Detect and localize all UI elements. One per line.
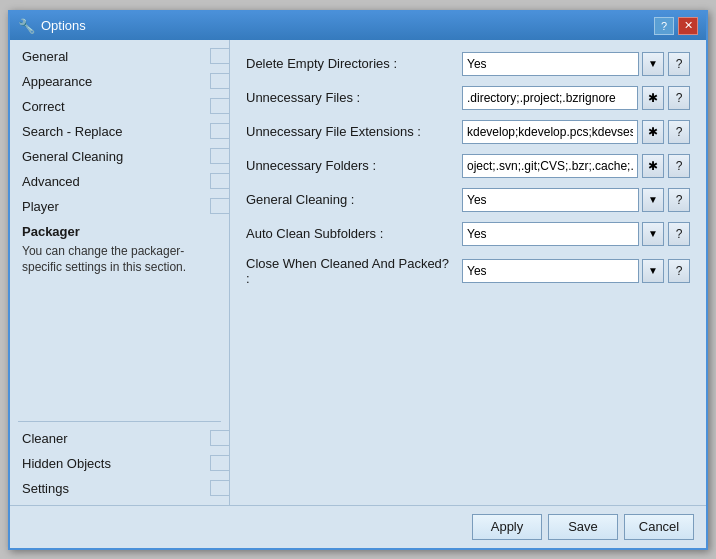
title-bar-buttons: ? ✕	[654, 17, 698, 35]
select-auto-clean[interactable]: Yes No	[462, 222, 639, 246]
save-button[interactable]: Save	[548, 514, 618, 540]
label-unnecessary-folders: Unnecessary Folders :	[246, 158, 456, 173]
dropdown-arrow-close-cleaned[interactable]: ▼	[642, 259, 664, 283]
sidebar-spacer	[10, 284, 229, 416]
sidebar-item-appearance[interactable]: Appearance	[10, 69, 229, 94]
title-bar: 🔧 Options ? ✕	[10, 12, 706, 40]
help-btn-delete-empty-dirs[interactable]: ?	[668, 52, 690, 76]
help-title-button[interactable]: ?	[654, 17, 674, 35]
input-wrap-unnecessary-files	[462, 86, 638, 110]
form-row-general-cleaning: General Cleaning : Yes No ▼ ?	[246, 188, 690, 212]
sidebar-item-general-cleaning[interactable]: General Cleaning	[10, 144, 229, 169]
star-btn-unnecessary-folders[interactable]: ✱	[642, 154, 664, 178]
control-unnecessary-files: ✱ ?	[462, 86, 690, 110]
label-auto-clean: Auto Clean Subfolders :	[246, 226, 456, 241]
dialog-body: General Appearance Correct Search - Repl…	[10, 40, 706, 505]
input-unnecessary-folders[interactable]	[462, 154, 638, 178]
form-row-auto-clean: Auto Clean Subfolders : Yes No ▼ ?	[246, 222, 690, 246]
sidebar-item-settings[interactable]: Settings	[10, 476, 229, 501]
cancel-button[interactable]: Cancel	[624, 514, 694, 540]
input-unnecessary-files[interactable]	[462, 86, 638, 110]
help-btn-auto-clean[interactable]: ?	[668, 222, 690, 246]
help-btn-unnecessary-file-ext[interactable]: ?	[668, 120, 690, 144]
dropdown-arrow-general-cleaning[interactable]: ▼	[642, 188, 664, 212]
help-btn-unnecessary-folders[interactable]: ?	[668, 154, 690, 178]
input-wrap-unnecessary-file-ext	[462, 120, 638, 144]
sidebar-item-player[interactable]: Player	[10, 194, 229, 219]
sidebar-item-hidden-objects[interactable]: Hidden Objects	[10, 451, 229, 476]
select-delete-empty-dirs[interactable]: Yes No	[462, 52, 639, 76]
label-close-cleaned: Close When Cleaned And Packed? :	[246, 256, 456, 286]
form-row-close-cleaned: Close When Cleaned And Packed? : Yes No …	[246, 256, 690, 286]
sidebar-item-cleaner[interactable]: Cleaner	[10, 426, 229, 451]
help-btn-general-cleaning[interactable]: ?	[668, 188, 690, 212]
form-row-delete-empty-dirs: Delete Empty Directories : Yes No ▼ ?	[246, 52, 690, 76]
sidebar-item-general[interactable]: General	[10, 44, 229, 69]
star-btn-unnecessary-file-ext[interactable]: ✱	[642, 120, 664, 144]
select-wrap-auto-clean: Yes No	[462, 222, 639, 246]
apply-button[interactable]: Apply	[472, 514, 542, 540]
help-btn-unnecessary-files[interactable]: ?	[668, 86, 690, 110]
control-auto-clean: Yes No ▼ ?	[462, 222, 690, 246]
sidebar-item-advanced[interactable]: Advanced	[10, 169, 229, 194]
select-close-cleaned[interactable]: Yes No	[462, 259, 639, 283]
dropdown-arrow-delete-empty-dirs[interactable]: ▼	[642, 52, 664, 76]
select-wrap-general-cleaning: Yes No	[462, 188, 639, 212]
control-unnecessary-folders: ✱ ?	[462, 154, 690, 178]
wrench-icon: 🔧	[18, 18, 35, 34]
star-btn-unnecessary-files[interactable]: ✱	[642, 86, 664, 110]
control-unnecessary-file-ext: ✱ ?	[462, 120, 690, 144]
form-row-unnecessary-files: Unnecessary Files : ✱ ?	[246, 86, 690, 110]
help-btn-close-cleaned[interactable]: ?	[668, 259, 690, 283]
input-unnecessary-file-ext[interactable]	[462, 120, 638, 144]
label-delete-empty-dirs: Delete Empty Directories :	[246, 56, 456, 71]
title-bar-left: 🔧 Options	[18, 18, 86, 34]
control-close-cleaned: Yes No ▼ ?	[462, 259, 690, 283]
label-unnecessary-files: Unnecessary Files :	[246, 90, 456, 105]
sidebar-separator	[18, 421, 221, 422]
dropdown-arrow-auto-clean[interactable]: ▼	[642, 222, 664, 246]
select-general-cleaning[interactable]: Yes No	[462, 188, 639, 212]
form-row-unnecessary-file-ext: Unnecessary File Extensions : ✱ ?	[246, 120, 690, 144]
control-general-cleaning: Yes No ▼ ?	[462, 188, 690, 212]
dialog-footer: Apply Save Cancel	[10, 505, 706, 548]
sidebar: General Appearance Correct Search - Repl…	[10, 40, 230, 505]
select-wrap-close-cleaned: Yes No	[462, 259, 639, 283]
dialog-title: Options	[41, 18, 86, 33]
select-wrap-delete-empty-dirs: Yes No	[462, 52, 639, 76]
active-section-description: You can change the packager-specific set…	[10, 241, 229, 285]
form-row-unnecessary-folders: Unnecessary Folders : ✱ ?	[246, 154, 690, 178]
options-dialog: 🔧 Options ? ✕ General Appearance Correct…	[8, 10, 708, 550]
input-wrap-unnecessary-folders	[462, 154, 638, 178]
sidebar-item-correct[interactable]: Correct	[10, 94, 229, 119]
sidebar-item-search-replace[interactable]: Search - Replace	[10, 119, 229, 144]
close-button[interactable]: ✕	[678, 17, 698, 35]
active-section-label: Packager	[10, 219, 229, 241]
label-general-cleaning: General Cleaning :	[246, 192, 456, 207]
main-content: Delete Empty Directories : Yes No ▼ ? Un…	[230, 40, 706, 505]
label-unnecessary-file-ext: Unnecessary File Extensions :	[246, 124, 456, 139]
control-delete-empty-dirs: Yes No ▼ ?	[462, 52, 690, 76]
